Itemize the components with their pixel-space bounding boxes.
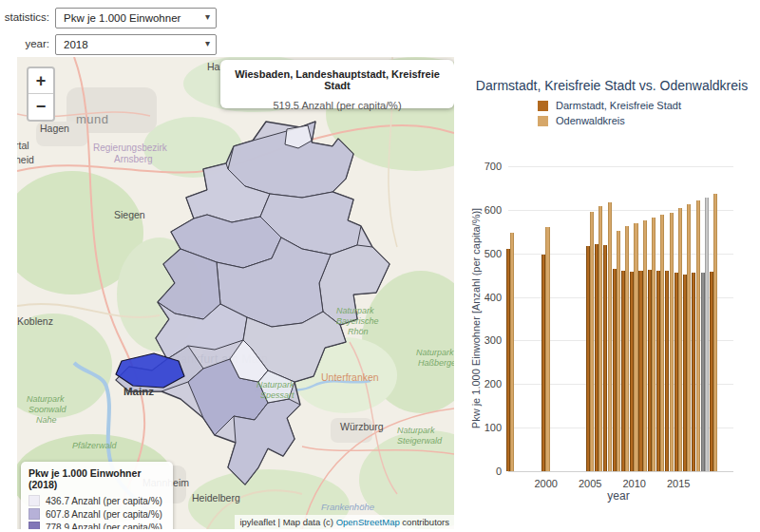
map-label: Rhön [348,327,369,336]
map-label: Pfälzerwald [72,441,118,450]
map-label: Naturpark [336,306,374,315]
map-label: Koblenz [17,315,53,327]
map-label: Hagen [40,123,69,134]
tooltip-region-name: Wiesbaden, Landeshauptstadt, Kreisfreie … [220,68,454,91]
map-tooltip: Wiesbaden, Landeshauptstadt, Kreisfreie … [220,60,454,108]
y-tick-label: 100 [471,422,502,433]
map-label: Unterfranken [321,371,379,383]
map-label: Soonwald [28,405,67,414]
legend-label: Darmstadt, Kreisfreie Stadt [556,100,681,111]
map-label: rtal [17,140,29,151]
map-legend-item: 778.9 Anzahl (per capita/%) [28,521,165,529]
bar-2016-odenwaldkreis[interactable] [687,204,691,471]
bar-2015-odenwaldkreis[interactable] [678,208,682,471]
bar-2000-odenwaldkreis[interactable] [545,227,549,471]
legend-color-swatch [538,116,548,126]
choropleth-map[interactable]: Frankfurt am Main [17,57,454,529]
year-select[interactable]: 2018 [55,34,217,55]
map-legend-item: 607.8 Anzahl (per capita/%) [28,507,165,521]
year-label: year: [0,38,49,49]
map-label: Steigerwald [397,436,443,446]
map-label: mund [76,112,109,126]
map-canvas: Frankfurt am Main [17,57,454,529]
map-label: Nahe [36,415,57,425]
bar-2011-odenwaldkreis[interactable] [643,220,647,471]
bar-2014-odenwaldkreis[interactable] [670,213,674,471]
map-label: Regierungsbezirk [93,142,168,153]
x-tick-label: 2005 [569,478,611,489]
legend-swatch-mid [28,508,40,520]
gridline [508,166,733,167]
map-legend-item: 436.7 Anzahl (per capita/%) [28,494,165,507]
y-tick-label: 500 [471,248,502,259]
bar-1996-odenwaldkreis[interactable] [510,233,514,471]
bar-2005-odenwaldkreis[interactable] [590,212,594,471]
legend-color-swatch [538,101,548,111]
bar-2018-odenwaldkreis[interactable] [705,198,709,471]
map-attribution: ipyleaflet | Map data (c) OpenStreetMap … [235,515,454,529]
statistics-label: statistics: [0,11,49,23]
bar-chart: Darmstadt, Kreisfreie Stadt vs. Odenwald… [464,57,760,532]
map-label: Spessart [260,390,294,400]
chart-title: Darmstadt, Kreisfreie Stadt vs. Odenwald… [464,78,760,93]
x-axis-label: year [464,489,760,503]
map-label: Siegen [114,209,145,220]
map-label: Naturpark [256,380,294,390]
zoom-out-button[interactable]: − [28,94,53,120]
map-label: Naturpark [27,394,65,404]
x-tick-label: 2015 [657,478,699,489]
map-legend: Pkw je 1.000 Einwohner (2018) 436.7 Anza… [21,462,173,529]
bar-2012-odenwaldkreis[interactable] [652,218,656,471]
map-label: Haßberge [418,358,454,368]
legend-swatch-high [28,522,40,529]
map-legend-title: Pkw je 1.000 Einwohner (2018) [28,467,165,490]
map-label: Arnsberg [114,154,153,164]
chart-legend-item[interactable]: Odenwaldkreis [538,114,625,127]
map-label: Bayerische [336,316,379,326]
y-tick-label: 200 [471,378,502,390]
bar-2006-odenwaldkreis[interactable] [598,206,602,471]
map-label: heid [17,154,34,165]
map-label: Würzburg [340,421,384,432]
x-tick-label: 2000 [525,478,567,489]
chart-legend-item[interactable]: Darmstadt, Kreisfreie Stadt [538,99,681,112]
bar-2009-odenwaldkreis[interactable] [625,226,629,471]
legend-label: Odenwaldkreis [556,115,625,126]
zoom-in-button[interactable]: + [28,68,53,94]
openstreetmap-link[interactable]: OpenStreetMap [336,517,400,527]
bar-2017-odenwaldkreis[interactable] [696,200,700,471]
y-tick-label: 300 [471,334,502,346]
bar-2019-odenwaldkreis[interactable] [713,194,717,471]
bar-2008-odenwaldkreis[interactable] [617,231,620,471]
y-tick-label: 400 [471,292,502,303]
bar-2007-odenwaldkreis[interactable] [608,202,612,471]
map-label: Frankenhöhe [321,502,374,512]
map-label: Heidelberg [192,492,240,504]
statistics-select[interactable]: Pkw je 1.000 Einwohner [55,8,217,28]
map-label: Mainz [124,386,154,397]
map-label: Naturpark [416,348,454,357]
bar-2010-odenwaldkreis[interactable] [634,223,637,471]
y-tick-label: 600 [471,204,502,216]
map-label: Naturpark [397,426,435,435]
bar-2013-odenwaldkreis[interactable] [660,215,664,471]
tooltip-value: 519.5 Anzahl (per capita/%) [220,100,454,111]
legend-swatch-low [28,495,40,506]
x-tick-label: 2010 [614,478,656,489]
y-tick-label: 700 [471,161,502,172]
gridline [508,471,733,472]
map-zoom-control: + − [27,66,55,122]
y-tick-label: 0 [471,466,502,477]
